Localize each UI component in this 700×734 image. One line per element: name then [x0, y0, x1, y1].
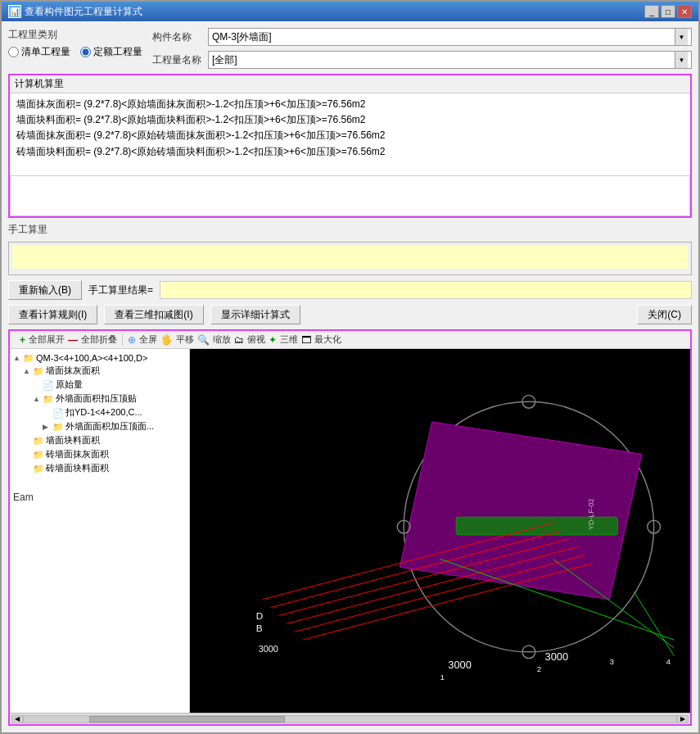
fullscreen-btn[interactable]: 全屏 [139, 333, 157, 346]
bottom-panel: + 全部展开 — 全部折叠 ⊕ 全屏 🖐 平移 🔍 缩放 🗂 俯视 ✦ 三维 [8, 329, 692, 726]
toggle-5: ▶ [43, 423, 52, 431]
cad-num-4: 4 [666, 657, 671, 666]
manual-result-row: 手工算里结果= [88, 281, 692, 299]
scroll-thumb[interactable] [89, 716, 285, 723]
tree-item-6[interactable]: 📁 墙面块料面积 [13, 433, 186, 447]
project-name-combobox[interactable]: [全部] ▼ [208, 51, 692, 69]
three-d-btn[interactable]: 三维 [280, 333, 298, 346]
top-section: 工程里类别 清单工程量 定额工程量 构件名称 Q [8, 28, 692, 69]
tree-item-2[interactable]: 📄 原始量 [13, 378, 186, 392]
cad-wall-polygon [400, 422, 642, 600]
label-6: 墙面块料面积 [46, 434, 100, 446]
folder-icon-7: 📁 [33, 450, 44, 460]
component-name-arrow[interactable]: ▼ [675, 29, 688, 45]
label-3: 外墙面面积扣压顶贴 [56, 392, 137, 405]
radio-group: 清单工程量 定额工程量 [8, 45, 142, 59]
main-window: 📊 查看构件图元工程量计算式 _ □ ✕ 工程里类别 清单工程量 [0, 0, 700, 734]
cad-label-3000-3: 3000 [545, 650, 568, 663]
label-7: 砖墙面抹灰面积 [46, 448, 109, 460]
tree-panel: ▲ 📁 QM-3<4+100,A><4+100,D> ▲ 📁 墙面抹灰面积 [10, 349, 190, 713]
maximize-btn[interactable]: 最大化 [314, 333, 341, 346]
doc-icon-2: 📄 [43, 380, 54, 390]
tree-item-8[interactable]: 📁 砖墙面块料面积 [13, 461, 186, 475]
scroll-track[interactable] [23, 715, 677, 723]
folder-icon-5: 📁 [52, 422, 64, 432]
toggle-0: ▲ [13, 354, 23, 362]
title-controls: _ □ ✕ [644, 5, 692, 18]
action-buttons: 查看计算规则(I) 查看三维扣减图(I) 显示详细计算式 关闭(C) [8, 305, 692, 324]
re-input-button[interactable]: 重新输入(B) [8, 280, 82, 300]
tree-item-0[interactable]: ▲ 📁 QM-3<4+100,A><4+100,D> [13, 352, 186, 364]
cad-label-d: D [256, 610, 264, 622]
cad-num-1: 1 [440, 673, 445, 682]
manual-section: 手工算里 [8, 223, 692, 275]
component-name-row: 构件名称 QM-3[外墙面] ▼ [152, 28, 692, 46]
label-2: 原始量 [56, 378, 83, 391]
tree-controls: + 全部展开 — 全部折叠 [15, 333, 123, 346]
manual-input-textarea[interactable] [12, 246, 688, 269]
folder-icon-8: 📁 [33, 464, 44, 473]
folder-icon-6: 📁 [33, 436, 44, 446]
component-name-combobox[interactable]: QM-3[外墙面] ▼ [208, 28, 692, 46]
radio-dinge-label: 定额工程量 [93, 45, 142, 59]
folder-icon-1: 📁 [33, 366, 44, 376]
close-button[interactable]: 关闭(C) [637, 305, 692, 324]
project-name-arrow[interactable]: ▼ [675, 52, 688, 68]
radio-qingdan[interactable] [8, 47, 19, 57]
folder-icon-3: 📁 [43, 394, 54, 404]
close-title-button[interactable]: ✕ [677, 5, 692, 18]
radio-item-qingdan[interactable]: 清单工程量 [8, 45, 70, 59]
eam-container: Eam [13, 475, 186, 503]
view-3d-button[interactable]: 查看三维扣减图(I) [104, 305, 203, 324]
collapse-all-btn[interactable]: 全部折叠 [81, 333, 117, 346]
cad-label-3000-1: 3000 [259, 644, 278, 654]
view-rules-button[interactable]: 查看计算规则(I) [8, 305, 97, 324]
radio-dinge[interactable] [80, 47, 91, 57]
cad-label-b: B [256, 623, 263, 634]
calc-result-content: 墙面抹灰面积= (9.2*7.8)<原始墙面抹灰面积>-1.2<扣压顶>+6<加… [10, 93, 690, 175]
minimize-button[interactable]: _ [644, 5, 659, 18]
cad-canvas-panel: D B 3000 3000 3000 1 2 3 4 YD-LF-02 [190, 349, 690, 713]
tree-item-7[interactable]: 📁 砖墙面抹灰面积 [13, 447, 186, 461]
project-name-value: [全部] [212, 53, 675, 67]
window-title: 查看构件图元工程量计算式 [25, 5, 142, 19]
zoom-btn[interactable]: 缩放 [213, 333, 231, 346]
plus-icon: + [20, 334, 25, 346]
tree-item-5[interactable]: ▶ 📁 外墙面面积加压顶面... [13, 419, 186, 433]
button-row-1: 重新输入(B) 手工算里结果= [8, 280, 692, 300]
scroll-right-btn[interactable]: ▶ [677, 715, 689, 723]
calc-result-empty [10, 175, 690, 216]
label-0: QM-3<4+100,A><4+100,D> [36, 353, 147, 363]
tree-item-4[interactable]: 📄 扣YD-1<4+200,C... [13, 406, 186, 419]
main-content: 工程里类别 清单工程量 定额工程量 构件名称 Q [2, 21, 698, 732]
bottom-toolbar: + 全部展开 — 全部折叠 ⊕ 全屏 🖐 平移 🔍 缩放 🗂 俯视 ✦ 三维 [10, 331, 690, 349]
manual-result-input[interactable] [160, 281, 692, 299]
radio-item-ding'e[interactable]: 定额工程量 [80, 45, 142, 59]
move-btn[interactable]: 平移 [176, 333, 194, 346]
expand-all-btn[interactable]: 全部展开 [29, 333, 65, 346]
minus-icon: — [68, 334, 78, 346]
project-type-group: 工程里类别 清单工程量 定额工程量 [8, 28, 142, 59]
project-name-label: 工程量名称 [152, 53, 201, 67]
result-line-4: 砖墙面块料面积= (9.2*7.8)<原始砖墙面块料面积>-1.2<扣压顶>+6… [16, 144, 684, 160]
plan-view-btn[interactable]: 俯视 [247, 333, 265, 346]
result-line-1: 墙面抹灰面积= (9.2*7.8)<原始墙面抹灰面积>-1.2<扣压顶>+6<加… [16, 97, 684, 112]
doc-icon-4: 📄 [52, 408, 64, 418]
show-detail-button[interactable]: 显示详细计算式 [210, 305, 300, 324]
cad-rect-label: YD-LF-02 [587, 499, 595, 530]
tree-item-1[interactable]: ▲ 📁 墙面抹灰面积 [13, 364, 186, 378]
view-controls: ⊕ 全屏 🖐 平移 🔍 缩放 🗂 俯视 ✦ 三维 🗖 最大化 [123, 333, 346, 346]
bottom-content: ▲ 📁 QM-3<4+100,A><4+100,D> ▲ 📁 墙面抹灰面积 [10, 349, 690, 713]
folder-icon-0: 📁 [23, 353, 34, 363]
eam-label: Eam [13, 492, 34, 503]
calc-result-title: 计算机算里 [10, 75, 690, 93]
toggle-3: ▲ [33, 395, 43, 403]
cad-num-3: 3 [609, 657, 614, 666]
label-8: 砖墙面块料面积 [46, 462, 109, 474]
cad-num-2: 2 [537, 664, 541, 673]
tree-item-3[interactable]: ▲ 📁 外墙面面积扣压顶贴 [13, 392, 186, 406]
scroll-left-btn[interactable]: ◀ [11, 715, 23, 723]
component-name-value: QM-3[外墙面] [212, 30, 675, 44]
cad-label-3000-2: 3000 [448, 659, 471, 671]
maximize-button[interactable]: □ [661, 5, 675, 18]
